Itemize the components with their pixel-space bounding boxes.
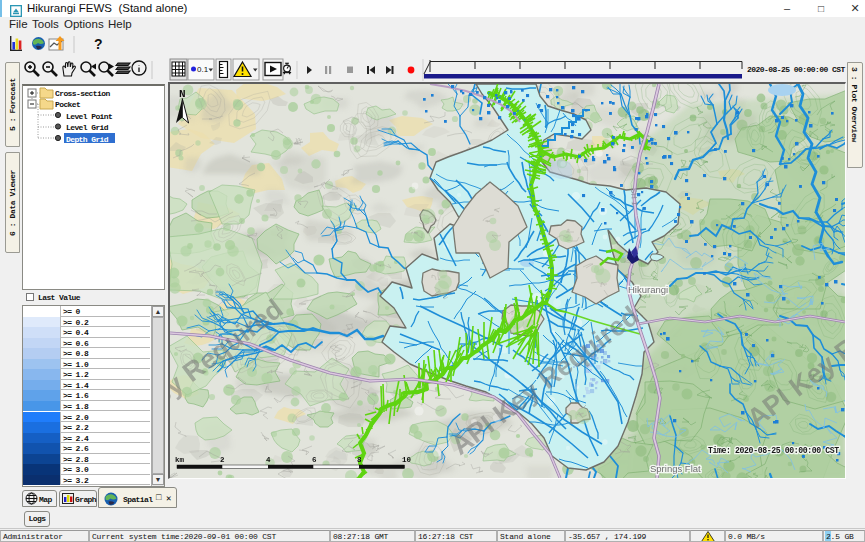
svg-text:N: N <box>179 88 186 100</box>
svg-text:Springs Flat: Springs Flat <box>650 463 701 474</box>
svg-text:10: 10 <box>402 456 412 464</box>
svg-text:2: 2 <box>220 456 225 464</box>
svg-text:2020-08-25 00:00:00 CST: 2020-08-25 00:00:00 CST <box>747 65 846 74</box>
svg-text:km: km <box>175 456 185 464</box>
svg-text:6: 6 <box>312 456 317 464</box>
svg-text:Cross-section: Cross-section <box>55 89 110 98</box>
svg-text:?: ? <box>94 36 103 52</box>
svg-text:Time: 2020-08-25 00:00:00 CST: Time: 2020-08-25 00:00:00 CST <box>708 446 839 455</box>
svg-text:Depth Grid: Depth Grid <box>66 135 109 144</box>
svg-text:Pocket: Pocket <box>55 100 81 109</box>
svg-text:Level Grid: Level Grid <box>66 123 109 132</box>
svg-text:0.1: 0.1 <box>197 65 209 74</box>
svg-text:SH 1: SH 1 <box>629 188 639 207</box>
svg-text:8: 8 <box>357 456 362 464</box>
svg-text:4: 4 <box>266 456 271 464</box>
svg-text:Level Point: Level Point <box>66 112 113 121</box>
svg-text:Hikurangi: Hikurangi <box>628 284 668 295</box>
